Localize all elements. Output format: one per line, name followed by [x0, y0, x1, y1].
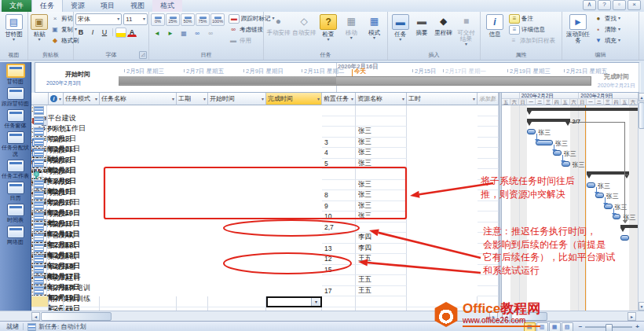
font-size-combo[interactable]: 11▾ [123, 13, 148, 25]
minimize-ribbon-button[interactable]: ∧ [583, 0, 596, 10]
tab-view[interactable]: 视图 [123, 0, 152, 12]
move-button[interactable]: ▦移动▾ [340, 13, 363, 41]
table-scroll-left-button[interactable]: ◄ [31, 312, 40, 321]
find-button[interactable]: ●查找▾ [592, 13, 622, 24]
task-mode-cell[interactable] [31, 244, 47, 255]
resources-cell[interactable]: 张三 [356, 159, 407, 170]
highlight-color-button[interactable] [115, 28, 126, 38]
resources-cell[interactable]: 张三 [356, 211, 407, 223]
percent-0%-button[interactable]: 0% [151, 13, 165, 26]
scroll-up-button[interactable]: ▲ [639, 93, 644, 101]
task-mode-cell[interactable] [31, 233, 47, 244]
outdent-button[interactable]: ◄ [151, 28, 163, 39]
column-header-start[interactable]: 开始时间▾ [208, 93, 266, 105]
dialog-launcher-button[interactable]: ◿ [139, 51, 147, 59]
scroll-down-button[interactable]: ▼ [639, 302, 644, 311]
add-new-cell[interactable] [478, 127, 499, 138]
add-new-cell[interactable] [478, 201, 499, 212]
resources-cell[interactable]: 张三 [356, 190, 407, 201]
status-new-task[interactable]: 新任务: 自动计划 [38, 322, 86, 331]
resources-cell[interactable]: 王五 [356, 275, 407, 286]
gantt-chart-button[interactable]: ▤甘特图▾ [2, 13, 26, 42]
underline-button[interactable]: U [99, 27, 110, 38]
tab-resource[interactable]: 资源 [63, 0, 93, 12]
predecessors-cell[interactable]: 5 [322, 159, 356, 170]
summary-bar-row-2[interactable] [527, 119, 569, 122]
predecessors-cell[interactable]: 2,7 [322, 223, 356, 234]
task-mode-cell[interactable] [31, 190, 47, 201]
task-mode-cell[interactable] [31, 138, 47, 149]
view-bar-item-timeline-view[interactable]: 时间表 [1, 204, 31, 223]
bold-button[interactable]: B [75, 27, 86, 38]
vertical-scrollbar[interactable]: ▲▼ [638, 93, 644, 311]
clear-button[interactable]: ▪清除▾ [592, 24, 622, 35]
insert-milestone-button[interactable]: ◆里程碑 [433, 13, 454, 37]
resources-cell[interactable]: 张三 [356, 127, 407, 138]
fill-button[interactable]: ▼填充▾ [592, 35, 622, 46]
column-header-task-name[interactable]: 任务名称▾ [100, 93, 177, 105]
column-header-row-num[interactable] [31, 93, 49, 105]
column-header-predecessors[interactable]: 前置任务▾ [322, 93, 356, 105]
view-bar-item-task-form[interactable]: 任务窗体 [1, 109, 31, 129]
add-to-timeline-button[interactable]: ≡添加到日程表 [507, 35, 557, 46]
task-mode-cell[interactable] [31, 180, 47, 191]
column-header-add-new[interactable]: 添加新... [478, 93, 499, 105]
predecessors-cell[interactable] [322, 105, 356, 116]
resources-cell[interactable] [356, 116, 407, 127]
empty-cell[interactable] [322, 296, 356, 307]
percent-75%-button[interactable]: 75% [196, 13, 210, 26]
column-header-task-mode[interactable]: 任务模式▾ [64, 93, 100, 105]
task-mode-cell[interactable] [31, 148, 47, 159]
task-bar-row-3[interactable] [527, 129, 536, 134]
close-button[interactable]: × [628, 0, 641, 10]
resources-cell[interactable]: 张三 [356, 148, 407, 159]
predecessors-cell[interactable]: 17 [322, 286, 356, 297]
task-mode-cell[interactable] [31, 169, 42, 180]
resources-cell[interactable] [356, 265, 407, 276]
predecessors-cell[interactable] [322, 127, 356, 138]
tab-file[interactable]: 文件 [2, 0, 31, 12]
task-mode-cell[interactable] [31, 159, 47, 170]
empty-cell[interactable] [49, 296, 64, 307]
task-mode-cell[interactable] [31, 254, 47, 265]
column-header-indicators[interactable]: i▾ [49, 93, 64, 105]
predecessors-cell[interactable]: 13 [322, 244, 356, 255]
predecessors-cell[interactable] [322, 233, 356, 244]
inspect-button[interactable]: ?检查▾ [317, 13, 340, 42]
resources-cell[interactable]: 王五 [356, 254, 407, 265]
predecessors-cell[interactable]: 12 [322, 254, 356, 265]
add-new-cell[interactable] [478, 211, 499, 223]
task-mode-cell[interactable] [31, 116, 47, 127]
summary-bar-row-7[interactable] [587, 171, 629, 175]
task-mode-cell[interactable] [31, 275, 47, 286]
manually-schedule-button[interactable]: ●手动安排 [265, 13, 291, 37]
add-new-cell[interactable] [478, 105, 499, 116]
predecessors-cell[interactable]: 4 [322, 148, 356, 159]
task-bar-row-8[interactable] [587, 182, 595, 188]
vertical-scroll-thumb[interactable] [639, 102, 644, 129]
task-mode-cell[interactable] [31, 223, 47, 234]
empty-cell[interactable] [100, 296, 177, 307]
cell-dropdown-button[interactable]: ▾ [311, 298, 320, 306]
task-mode-cell[interactable] [31, 286, 47, 297]
resources-cell[interactable]: 李四 [356, 233, 407, 244]
auto-schedule-button[interactable]: ◇自动安排 [291, 13, 317, 37]
predecessors-cell[interactable]: 3 [322, 138, 356, 149]
resources-cell[interactable]: 王五 [356, 286, 407, 297]
help-button[interactable]: ? [598, 0, 611, 10]
split-button[interactable]: ▦ [177, 28, 190, 39]
restore-button[interactable]: ▫ [613, 0, 626, 10]
link-button[interactable]: ∞ [191, 28, 203, 39]
row-number[interactable] [31, 296, 49, 307]
selected-cell[interactable]: ▾ [266, 296, 322, 307]
percent-100%-button[interactable]: 100% [210, 13, 225, 26]
task-mode-cell[interactable] [31, 127, 47, 138]
predecessors-cell[interactable] [322, 169, 356, 180]
predecessors-cell[interactable] [322, 116, 356, 127]
summary-bar-row-1[interactable] [527, 108, 638, 111]
column-header-resources[interactable]: 资源名称▾ [356, 93, 407, 105]
resources-cell[interactable]: 张三 [356, 180, 407, 191]
empty-cell[interactable] [208, 296, 266, 307]
information-button[interactable]: i信息 [482, 13, 507, 39]
table-scroll-thumb[interactable] [41, 312, 112, 321]
